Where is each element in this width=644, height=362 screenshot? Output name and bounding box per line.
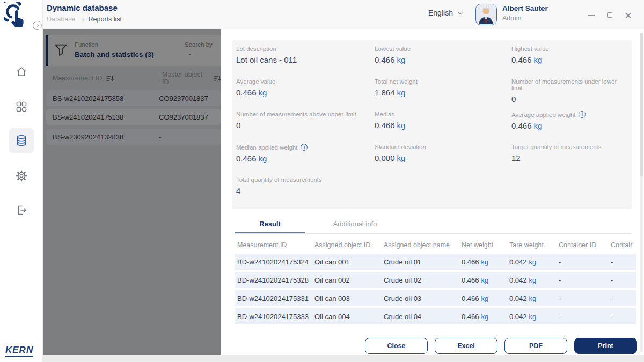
stat-label: Median applied weight (236, 144, 297, 151)
stat-label: Target quantity of measurements (511, 144, 601, 150)
info-icon[interactable]: i (579, 111, 586, 118)
assigned-object-name-cell: Crude oil 01 (384, 258, 462, 266)
user-photo (476, 4, 496, 24)
stat-label: Lot description (236, 46, 276, 52)
sidebar-item-database[interactable] (9, 128, 34, 153)
close-icon (625, 12, 631, 18)
stat-label: Average value (236, 78, 275, 85)
function-value: Batch and statistics (3) (75, 50, 154, 58)
stat-label: Median (375, 111, 395, 117)
table-row: BD-w24102024175328 Oil can 002 Crude oil… (235, 272, 636, 288)
funnel-icon (54, 43, 68, 57)
stat-lowest-value: Lowest value 0.466kg (375, 46, 511, 78)
stat-value: 0.466 (511, 55, 532, 64)
breadcrumb: Database Reports list (47, 16, 122, 23)
tab-additional-info[interactable]: Additional info (305, 217, 405, 233)
breadcrumb-item-current: Reports list (89, 16, 122, 23)
detail-tabs: Result Additional info (235, 217, 632, 234)
assigned-object-name-cell: Crude oil 04 (384, 313, 462, 321)
close-button[interactable] (624, 11, 632, 19)
stat-average-value: Average value 0.466kg (236, 78, 375, 111)
expand-panel-button[interactable] (33, 21, 42, 30)
stat-value: 4 (236, 186, 240, 195)
table-row: BD-w24102024175324 Oil can 001 Crude oil… (235, 254, 636, 270)
filter-summary-card[interactable]: Function Batch and statistics (3) Search… (46, 35, 221, 66)
assigned-object-id-cell: Oil can 002 (314, 276, 384, 284)
stat-median-applied-weight: Median applied weighti 0.466kg (236, 144, 375, 176)
chevron-right-icon (79, 17, 84, 21)
stat-above-upper-limit: Number of measurements above upper limit… (236, 111, 375, 144)
stat-value: 0.000 (375, 153, 395, 162)
list-row[interactable]: BS-w23092024132838 - (46, 129, 221, 145)
info-icon[interactable]: i (301, 144, 308, 151)
measurement-id-cell: BD-w24102024175324 (235, 258, 314, 266)
column-label: Master object ID (162, 71, 209, 86)
column-label: Contair (611, 241, 636, 249)
list-row[interactable]: BS-w24102024175138 CO9237001837 (46, 109, 221, 125)
minimize-button[interactable] (587, 11, 596, 19)
measurement-id-cell: BS-w24102024175138 (46, 113, 159, 121)
scrollbar-thumb[interactable] (640, 33, 643, 176)
stat-label: Total net weight (375, 78, 418, 85)
avatar[interactable] (475, 4, 497, 25)
sidebar: KERN (0, 0, 43, 362)
stat-unit: kg (534, 55, 543, 64)
stat-label: Average applied weight (511, 112, 575, 118)
accent-bar (46, 35, 48, 66)
stat-label: Highest value (511, 46, 549, 52)
stat-under-lower-limit: Number of measurements under lower limit… (511, 78, 626, 111)
sidebar-item-settings[interactable] (9, 163, 34, 189)
tare-weight-cell: 0.042kg (509, 276, 559, 284)
page-title: Dynamic database (47, 3, 118, 12)
container-cell: - (611, 294, 636, 302)
statistics-card: Lot description Lot oil cans - 011 Lowes… (232, 40, 632, 209)
list-row[interactable]: BS-w24102024175858 CO9237001837 (46, 90, 221, 106)
column-label: Assigned object ID (314, 241, 384, 249)
stat-value: 0.466 (375, 55, 395, 64)
hand-click-icon (4, 2, 32, 30)
close-report-button[interactable]: Close (365, 338, 428, 354)
sidebar-item-home[interactable] (9, 59, 34, 85)
window-bottom-strip (43, 355, 644, 362)
result-table: Measurement ID Assigned object ID Assign… (235, 239, 636, 324)
filter-sort-icon[interactable] (106, 75, 114, 82)
column-label: Measurement ID (53, 75, 102, 82)
tab-result[interactable]: Result (235, 217, 305, 233)
database-icon (15, 134, 28, 147)
filter-sort-icon[interactable] (214, 75, 221, 82)
table-row: BD-w24102024175331 Oil can 003 Crude oil… (235, 290, 636, 306)
column-label: Container ID (559, 241, 611, 249)
tare-weight-cell: 0.042kg (509, 258, 559, 266)
container-id-cell: - (559, 258, 611, 266)
tare-weight-cell: 0.042kg (509, 313, 559, 321)
stat-unit: kg (397, 153, 406, 162)
vertical-scrollbar[interactable] (640, 33, 643, 352)
breadcrumb-item-database[interactable]: Database (47, 16, 76, 23)
language-selector[interactable]: English (428, 9, 462, 17)
container-cell: - (611, 313, 636, 321)
print-button[interactable]: Print (574, 338, 637, 354)
topbar: Dynamic database Database Reports list E… (43, 0, 644, 29)
assigned-object-name-cell: Crude oil 03 (384, 294, 462, 302)
stat-average-applied-weight: Average applied weighti 0.466kg (511, 111, 626, 144)
stat-unit: kg (397, 55, 406, 64)
stat-value: 1.864 (375, 88, 395, 97)
search-by-label: Search by (185, 41, 213, 48)
column-header-measurement-id: Measurement ID (53, 73, 114, 84)
excel-export-button[interactable]: Excel (435, 338, 497, 354)
stat-highest-value: Highest value 0.466kg (511, 46, 626, 78)
stat-unit: kg (534, 121, 543, 130)
sidebar-item-apps[interactable] (9, 94, 34, 120)
net-weight-cell: 0.466kg (462, 313, 509, 321)
sidebar-item-logout[interactable] (9, 197, 34, 223)
maximize-button[interactable] (605, 11, 614, 19)
container-cell: - (611, 258, 636, 266)
column-header-master-object-id: Master object ID (162, 73, 221, 84)
measurement-id-cell: BD-w24102024175331 (235, 294, 314, 302)
master-object-id-cell: CO9237001837 (159, 94, 218, 102)
stat-value: 0.466 (236, 154, 257, 163)
stat-value: 0 (511, 94, 516, 104)
measurement-id-cell: BS-w23092024132838 (46, 133, 159, 141)
stat-total-net-weight: Total net weight 1.864kg (375, 78, 511, 111)
pdf-export-button[interactable]: PDF (504, 338, 567, 354)
